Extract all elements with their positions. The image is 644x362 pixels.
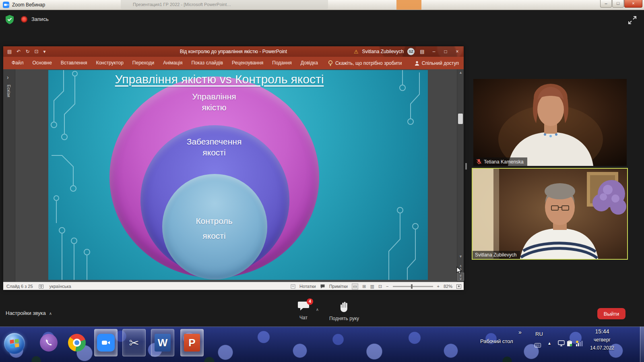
background-window-fragment <box>396 0 421 10</box>
window-close-button[interactable]: × <box>624 0 642 8</box>
window-controls: – □ × <box>600 0 642 8</box>
ribbon-tab-slideshow[interactable]: Показ слайдів <box>187 57 227 69</box>
comments-icon <box>320 284 325 289</box>
powerpoint-restore-button[interactable]: □ <box>442 49 450 54</box>
zoom-percent[interactable]: 82% <box>444 284 452 289</box>
windows-taskbar: ✂ W P » Рабочий стол RU ▴ 15:44 четверг … <box>0 327 644 362</box>
viber-icon <box>40 334 58 352</box>
desktop-toolbar-label[interactable]: Рабочий стол <box>480 338 513 344</box>
zoom-slider[interactable] <box>393 286 433 287</box>
ring-label-assurance: Забезпеченняякості <box>154 136 275 158</box>
slideshow-view-button[interactable]: ⊡ <box>378 284 382 289</box>
raise-hand-button[interactable]: Поднять руку <box>327 301 361 321</box>
ribbon-tab-transitions[interactable]: Переходи <box>128 57 159 69</box>
scroll-down-icon[interactable]: ▼ <box>457 254 464 259</box>
ribbon-tab-home[interactable]: Основне <box>28 57 56 69</box>
ribbon-tab-design[interactable]: Конструктор <box>91 57 128 69</box>
raise-hand-icon <box>339 301 349 312</box>
ribbon-tab-view[interactable]: Подання <box>268 57 296 69</box>
zoom-slider-thumb[interactable] <box>411 284 413 289</box>
fullscreen-toggle-icon[interactable] <box>628 16 637 26</box>
keyboard-icon[interactable] <box>535 342 541 349</box>
powerpoint-titlebar[interactable]: ▤ ↶ ↻ ⊡ ▾ Від контролю до управління які… <box>3 46 464 57</box>
taskbar-item-viber[interactable] <box>37 329 60 356</box>
participant-name: Svitlana Zubilevych <box>475 252 516 258</box>
scissors-icon: ✂ <box>129 336 139 350</box>
window-maximize-button[interactable]: □ <box>612 0 624 8</box>
video-feed-tetiana <box>473 79 627 166</box>
display-tray-icon[interactable] <box>558 340 565 348</box>
account-name[interactable]: Svitlana Zubilevych <box>362 49 404 54</box>
zoom-app-icon <box>3 2 9 10</box>
mouse-cursor <box>456 267 464 275</box>
desktop-screen: Zoom Вебинар Презентация1 ГР 2022 - [Mic… <box>0 0 644 362</box>
start-button[interactable] <box>4 333 25 354</box>
taskbar-item-snipping-tool[interactable]: ✂ <box>122 329 146 356</box>
chat-label: Чат <box>291 315 316 321</box>
comments-button[interactable]: Примітки <box>329 284 348 289</box>
scroll-up-icon[interactable]: ▲ <box>457 70 464 74</box>
notes-button[interactable]: Нотатки <box>299 284 316 289</box>
window-minimize-button[interactable]: – <box>600 0 612 8</box>
taskbar-item-word[interactable]: W <box>151 329 174 356</box>
slide-indicator[interactable]: Слайд 6 з 25 <box>6 284 33 289</box>
language-indicator[interactable]: українська <box>50 284 71 289</box>
tell-me-box[interactable]: Скажіть, що потрібно зробити <box>328 60 402 66</box>
taskbar-item-zoom[interactable] <box>94 329 118 356</box>
word-icon: W <box>155 334 171 352</box>
account-avatar[interactable]: SZ <box>407 48 415 55</box>
recording-indicator-icon[interactable] <box>21 16 27 23</box>
ribbon-tab-file[interactable]: Файл <box>7 57 28 69</box>
language-indicator[interactable]: RU <box>535 331 543 337</box>
slide-canvas[interactable]: Управління якістю vs Контроль якості Упр… <box>48 70 428 280</box>
share-button[interactable]: Спільний доступ <box>415 60 459 66</box>
vertical-scrollbar[interactable]: ▲ ▼ ∧∧ ∨∨ <box>457 69 464 282</box>
background-window-titlebar: Презентация1 ГР 2022 - [Microsoft PowerP… <box>121 0 328 9</box>
participant-nametag: Tetiana Kamenska <box>473 157 527 166</box>
scrollbar-thumb[interactable] <box>458 114 463 124</box>
windows-flag-icon <box>10 339 19 348</box>
audio-settings-button[interactable]: Настройки звука∧ <box>6 310 52 316</box>
leave-meeting-button[interactable]: Выйти <box>597 308 625 319</box>
taskbar-clock[interactable]: 15:44 четверг 14.07.2022 <box>580 328 625 351</box>
powerpoint-close-button[interactable]: × <box>453 49 461 54</box>
participant-video-tetiana[interactable]: Tetiana Kamenska <box>473 79 627 166</box>
powerpoint-minimize-button[interactable]: – <box>430 49 438 54</box>
warning-icon[interactable]: ⚠ <box>354 49 359 55</box>
slide-sorter-view-button[interactable]: ⊞ <box>362 284 366 289</box>
ribbon-tab-animations[interactable]: Анімація <box>159 57 187 69</box>
ribbon-tab-review[interactable]: Рецензування <box>227 57 268 69</box>
zoom-out-icon[interactable]: − <box>386 284 388 289</box>
panel-resize-handle[interactable] <box>465 163 467 170</box>
clipboard-tray-icon[interactable] <box>567 340 572 348</box>
chat-unread-badge: 4 <box>307 298 313 305</box>
expand-thumbnails-icon[interactable]: › <box>7 74 9 81</box>
zoom-in-icon[interactable]: + <box>437 284 440 289</box>
show-hidden-icons-button[interactable]: ▴ <box>548 340 551 346</box>
normal-view-button[interactable]: ▭ <box>352 283 358 290</box>
zoom-meeting-area: Запись ▤ ↶ ↻ ⊡ ▾ Від контролю до управлі… <box>0 10 644 327</box>
background-window-title: Презентация1 ГР 2022 - [Microsoft PowerP… <box>133 2 231 7</box>
chrome-icon <box>68 334 86 352</box>
powerpoint-window: ▤ ↶ ↻ ⊡ ▾ Від контролю до управління які… <box>3 46 464 290</box>
ribbon-tab-insert[interactable]: Вставлення <box>56 57 92 69</box>
chat-button[interactable]: 4 ∧ Чат <box>291 301 316 321</box>
ribbon-display-options-icon[interactable]: ▤ <box>418 49 426 54</box>
video-feed-svitlana <box>473 169 627 259</box>
spellcheck-icon[interactable] <box>39 284 44 289</box>
chevron-up-icon[interactable]: ∧ <box>316 307 319 312</box>
taskbar-item-powerpoint[interactable]: P <box>180 329 204 356</box>
powerpoint-icon: P <box>184 334 200 352</box>
ribbon-tab-help[interactable]: Довідка <box>296 57 322 69</box>
show-desktop-button[interactable] <box>640 327 644 362</box>
reading-view-button[interactable]: ▥ <box>370 284 374 289</box>
chevron-up-icon[interactable]: ∧ <box>49 311 52 316</box>
zoom-window-titlebar[interactable]: Zoom Вебинар Презентация1 ГР 2022 - [Mic… <box>0 0 644 10</box>
toolbar-expand-icon[interactable]: » <box>518 329 522 335</box>
thumbnails-pane-collapsed[interactable]: › Ескізи <box>3 69 15 282</box>
participant-video-svitlana[interactable]: Svitlana Zubilevych <box>472 168 628 260</box>
fit-slide-icon[interactable] <box>456 284 461 289</box>
taskbar-item-chrome[interactable] <box>65 329 89 356</box>
recording-label: Запись <box>31 16 49 22</box>
raise-hand-label: Поднять руку <box>327 316 361 321</box>
